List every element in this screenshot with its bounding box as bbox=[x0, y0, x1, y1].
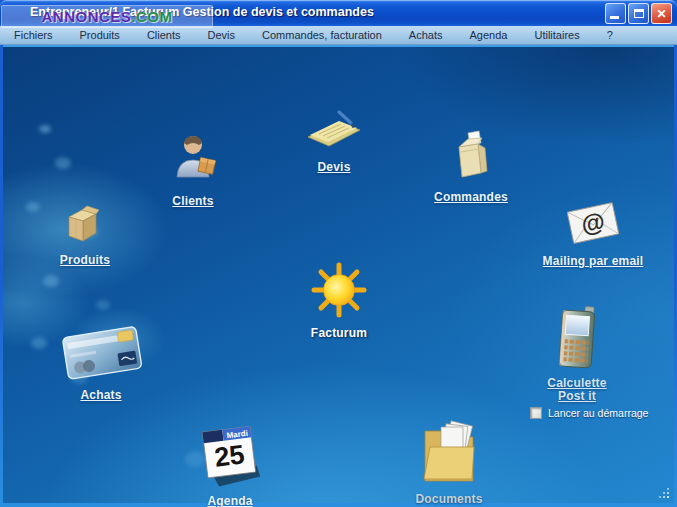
shortcut-facturum[interactable]: Facturum bbox=[279, 261, 399, 340]
startup-checkbox-row[interactable]: Lancer au démarrage bbox=[530, 407, 648, 419]
shortcut-commandes[interactable]: Commandes bbox=[411, 127, 531, 204]
menubar: Fichiers Produits Clients Devis Commande… bbox=[0, 26, 677, 45]
menu-devis[interactable]: Devis bbox=[208, 29, 236, 41]
calendar-day: 25 bbox=[213, 439, 246, 472]
facturum-label: Facturum bbox=[311, 326, 367, 340]
pda-calculator-icon bbox=[552, 304, 602, 372]
watermark: ANNONCES.COM bbox=[1, 5, 213, 28]
shortcut-label: Devis bbox=[317, 160, 350, 174]
shortcut-clients[interactable]: Clients bbox=[133, 131, 253, 208]
menu-agenda[interactable]: Agenda bbox=[470, 29, 508, 41]
titlebar: Entrepreneur/1 Facturum Gestion de devis… bbox=[0, 0, 677, 26]
calendar-icon: Mardi 25 bbox=[197, 417, 263, 487]
menu-produits[interactable]: Produits bbox=[80, 29, 120, 41]
shortcut-label: Mailing par email bbox=[543, 254, 644, 268]
desktop-area: Clients Devis Commandes bbox=[3, 45, 674, 503]
calculette-label-line2: Post it bbox=[558, 389, 596, 403]
resize-grip[interactable] bbox=[667, 496, 669, 498]
shortcut-documents[interactable]: Documents bbox=[389, 415, 509, 506]
menu-commandes-facturation[interactable]: Commandes, facturation bbox=[262, 29, 382, 41]
shortcut-achats[interactable]: Achats bbox=[41, 323, 161, 402]
open-carton-icon bbox=[449, 127, 493, 183]
minimize-icon bbox=[610, 16, 619, 19]
close-button[interactable]: ✕ bbox=[651, 3, 672, 24]
shortcut-label: Clients bbox=[172, 194, 213, 208]
minimize-button[interactable] bbox=[605, 3, 626, 24]
person-with-box-icon bbox=[167, 131, 219, 187]
maximize-icon bbox=[634, 9, 644, 18]
close-icon: ✕ bbox=[656, 7, 666, 21]
menu-clients[interactable]: Clients bbox=[147, 29, 181, 41]
folder-documents-icon bbox=[420, 415, 478, 485]
notepad-pen-icon bbox=[305, 107, 363, 153]
background-glow bbox=[39, 125, 51, 133]
menu-achats[interactable]: Achats bbox=[409, 29, 443, 41]
startup-checkbox-label: Lancer au démarrage bbox=[548, 407, 648, 419]
shortcut-devis[interactable]: Devis bbox=[274, 107, 394, 174]
startup-checkbox[interactable] bbox=[530, 407, 542, 419]
calculette-label-line1: Calculette bbox=[547, 376, 606, 390]
shortcut-label: Produits bbox=[60, 253, 110, 267]
watermark-text-2: .COM bbox=[131, 8, 172, 25]
watermark-text-1: ANNONCES bbox=[41, 8, 131, 25]
maximize-button[interactable] bbox=[628, 3, 649, 24]
email-envelope-icon: @ bbox=[565, 199, 621, 247]
shortcut-label: Commandes bbox=[434, 190, 508, 204]
shortcut-label: Agenda bbox=[207, 494, 252, 507]
shortcut-produits[interactable]: Produits bbox=[25, 202, 145, 267]
shortcut-agenda[interactable]: Mardi 25 Agenda bbox=[170, 417, 290, 507]
app-window: Entrepreneur/1 Facturum Gestion de devis… bbox=[0, 0, 677, 507]
shortcut-label: Documents bbox=[415, 492, 482, 506]
menu-utilitaires[interactable]: Utilitaires bbox=[534, 29, 579, 41]
credit-card-icon bbox=[58, 323, 144, 381]
shortcut-mailing[interactable]: @ Mailing par email bbox=[533, 199, 653, 268]
shortcut-label: Achats bbox=[80, 388, 121, 402]
shortcut-calculette[interactable]: CalculettePost it bbox=[517, 304, 637, 403]
window-controls: ✕ bbox=[605, 3, 672, 24]
menu-fichiers[interactable]: Fichiers bbox=[14, 29, 53, 41]
sun-icon bbox=[310, 261, 368, 319]
menu-help[interactable]: ? bbox=[607, 29, 613, 41]
calculette-label: CalculettePost it bbox=[547, 377, 606, 403]
cardboard-box-icon bbox=[63, 202, 107, 246]
